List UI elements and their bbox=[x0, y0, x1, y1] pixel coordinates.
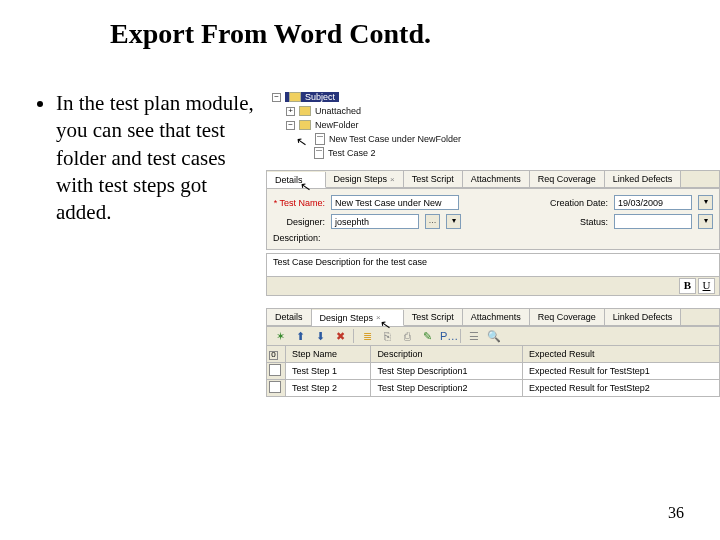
select-icon[interactable]: ☰ bbox=[467, 329, 481, 343]
testcase-icon bbox=[315, 133, 325, 145]
expand-icon[interactable]: + bbox=[286, 107, 295, 116]
test-plan-tree: − Subject + Unattached − NewFolder ↖ New… bbox=[272, 90, 720, 160]
table-row[interactable]: Test Step 1 Test Step Description1 Expec… bbox=[267, 363, 720, 380]
label-creation-date: Creation Date: bbox=[550, 198, 608, 208]
label-test-name: * Test Name: bbox=[273, 198, 325, 208]
tab-test-script[interactable]: Test Script bbox=[404, 171, 463, 187]
underline-button[interactable]: U bbox=[698, 278, 715, 294]
cell-description[interactable]: Test Step Description1 bbox=[371, 363, 523, 380]
tree-case-1[interactable]: New Test Case under NewFolder bbox=[329, 134, 461, 144]
copy-icon[interactable]: ⎘ bbox=[380, 329, 394, 343]
edit-icon[interactable]: ✎ bbox=[420, 329, 434, 343]
page-number: 36 bbox=[668, 504, 684, 522]
folder-icon bbox=[299, 120, 311, 130]
tab-attachments[interactable]: Attachments bbox=[463, 171, 530, 187]
collapse-icon[interactable]: − bbox=[286, 121, 295, 130]
add-step-icon[interactable]: ✶ bbox=[273, 329, 287, 343]
cell-step-name[interactable]: Test Step 1 bbox=[286, 363, 371, 380]
move-down-icon[interactable]: ⬇ bbox=[313, 329, 327, 343]
tab-linked-defects[interactable]: Linked Defects bbox=[605, 171, 682, 187]
close-icon[interactable]: × bbox=[376, 313, 381, 322]
dropdown-icon[interactable]: ▾ bbox=[446, 214, 461, 229]
bold-button[interactable]: B bbox=[679, 278, 696, 294]
collapse-icon[interactable]: − bbox=[272, 93, 281, 102]
tab-details-2[interactable]: Details bbox=[267, 309, 312, 325]
move-up-icon[interactable]: ⬆ bbox=[293, 329, 307, 343]
tab-details[interactable]: Details↖ bbox=[267, 172, 326, 188]
label-designer: Designer: bbox=[273, 217, 325, 227]
field-status[interactable] bbox=[614, 214, 692, 229]
screenshot-column: − Subject + Unattached − NewFolder ↖ New… bbox=[266, 90, 720, 397]
dropdown-icon[interactable]: ▾ bbox=[698, 195, 713, 210]
label-status: Status: bbox=[556, 217, 608, 227]
col-flag[interactable]: 0 bbox=[267, 346, 286, 363]
tree-case-2[interactable]: Test Case 2 bbox=[328, 148, 376, 158]
find-icon[interactable]: 🔍 bbox=[487, 329, 501, 343]
tabs-upper: Details↖ Design Steps× Test Script Attac… bbox=[266, 170, 720, 189]
tree-newfolder[interactable]: NewFolder bbox=[315, 120, 359, 130]
bullet-text: In the test plan module, you can see tha… bbox=[56, 90, 266, 226]
col-expected[interactable]: Expected Result bbox=[522, 346, 719, 363]
folder-icon bbox=[299, 106, 311, 116]
testcase-icon bbox=[314, 147, 324, 159]
table-row[interactable]: Test Step 2 Test Step Description2 Expec… bbox=[267, 380, 720, 397]
content: In the test plan module, you can see tha… bbox=[0, 90, 720, 397]
dropdown-icon[interactable]: ▾ bbox=[698, 214, 713, 229]
row-icon bbox=[269, 364, 281, 376]
paste-icon[interactable]: ⎙ bbox=[400, 329, 414, 343]
cell-expected[interactable]: Expected Result for TestStep1 bbox=[522, 363, 719, 380]
field-description[interactable]: Test Case Description for the test case bbox=[266, 253, 720, 277]
slide-title: Export From Word Contd. bbox=[0, 0, 720, 50]
row-icon bbox=[269, 381, 281, 393]
tab-design-steps[interactable]: Design Steps× bbox=[326, 171, 404, 187]
delete-icon[interactable]: ✖ bbox=[333, 329, 347, 343]
tab-attachments-2[interactable]: Attachments bbox=[463, 309, 530, 325]
folder-icon bbox=[289, 92, 301, 102]
field-test-name[interactable]: New Test Case under New bbox=[331, 195, 459, 210]
details-pane: * Test Name: New Test Case under New Cre… bbox=[266, 189, 720, 250]
rich-text-toolbar: B U bbox=[266, 277, 720, 296]
close-icon[interactable]: × bbox=[390, 175, 395, 184]
tab-req-coverage[interactable]: Req Coverage bbox=[530, 171, 605, 187]
tab-linked-defects-2[interactable]: Linked Defects bbox=[605, 309, 682, 325]
cell-step-name[interactable]: Test Step 2 bbox=[286, 380, 371, 397]
tabs-lower: Details Design Steps×↖ Test Script Attac… bbox=[266, 308, 720, 327]
label-description: Description: bbox=[273, 233, 713, 243]
tab-test-script-2[interactable]: Test Script bbox=[404, 309, 463, 325]
tab-design-steps-2[interactable]: Design Steps×↖ bbox=[312, 310, 404, 326]
cell-description[interactable]: Test Step Description2 bbox=[371, 380, 523, 397]
params-icon[interactable]: P… bbox=[440, 329, 454, 343]
field-designer[interactable]: josephth bbox=[331, 214, 419, 229]
tab-req-coverage-2[interactable]: Req Coverage bbox=[530, 309, 605, 325]
renumber-icon[interactable]: ≣ bbox=[360, 329, 374, 343]
steps-toolbar: ✶ ⬆ ⬇ ✖ ≣ ⎘ ⎙ ✎ P… ☰ 🔍 bbox=[266, 327, 720, 346]
tree-root[interactable]: Subject bbox=[305, 92, 335, 102]
bullet-column: In the test plan module, you can see tha… bbox=[0, 90, 266, 397]
field-creation-date[interactable]: 19/03/2009 bbox=[614, 195, 692, 210]
cell-expected[interactable]: Expected Result for TestStep2 bbox=[522, 380, 719, 397]
col-description[interactable]: Description bbox=[371, 346, 523, 363]
steps-table: 0 Step Name Description Expected Result … bbox=[266, 346, 720, 397]
browse-icon[interactable]: … bbox=[425, 214, 440, 229]
tree-unattached[interactable]: Unattached bbox=[315, 106, 361, 116]
col-step-name[interactable]: Step Name bbox=[286, 346, 371, 363]
